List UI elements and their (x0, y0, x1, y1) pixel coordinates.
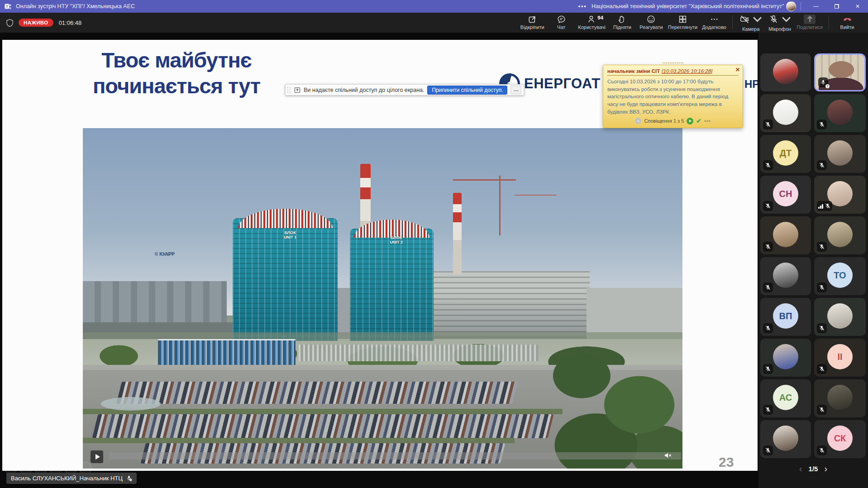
participant-tile[interactable]: ? (760, 94, 811, 132)
chimney (453, 193, 462, 274)
participant-avatar (827, 100, 853, 125)
participant-avatar: ІІ (827, 344, 853, 369)
presenter-name: Василь СЛУХАНСЬКИЙ_Начальник НТЦ (11, 475, 123, 482)
grid-view-icon (678, 14, 687, 24)
shift-notification-popup: ✕ начальник зміни СІТ[10.03.2026 10:16:2… (603, 65, 743, 128)
mic-muted-icon: ? (763, 242, 773, 252)
raise-hand-button[interactable]: Підняти (608, 14, 637, 30)
participant-tile[interactable]: ТО ? (814, 257, 866, 295)
participant-tile[interactable]: ? (814, 379, 866, 417)
hang-up-icon (843, 14, 852, 24)
mic-muted-icon: ? (763, 405, 773, 415)
notification-prev-icon[interactable]: « (635, 118, 641, 124)
participants-pagination: ‹ 1/5 › (758, 464, 868, 474)
teams-app-icon: T (5, 3, 12, 10)
participant-avatar (827, 222, 853, 247)
participant-tile[interactable]: ? (760, 257, 811, 295)
participant-tile[interactable]: ? (814, 298, 866, 336)
share-button[interactable]: Поділитися (794, 14, 825, 30)
account-org-name: Національний технічний університет "Харк… (591, 3, 782, 10)
mic-off-icon (769, 14, 778, 26)
presenter-mic-status-icon: ? (126, 475, 132, 482)
participant-avatar (773, 100, 798, 125)
screen-share-banner: Ви надаєте спільний доступ до цілого екр… (285, 84, 524, 96)
participants-button[interactable]: 94 Користувачі (576, 14, 608, 30)
mic-muted-icon: ? (817, 242, 827, 252)
participant-tile[interactable]: ? (760, 216, 811, 254)
participant-avatar (773, 344, 798, 369)
raised-hand-icon (617, 14, 627, 24)
participant-avatar: СН (773, 181, 798, 206)
participant-tile[interactable]: ? (814, 53, 866, 91)
slide-title: Твоє майбутнє починається тут (66, 47, 287, 99)
participant-tile[interactable]: АС ? (760, 379, 811, 417)
participant-avatar (827, 385, 853, 410)
popup-close-icon[interactable]: ✕ (735, 67, 740, 72)
live-badge: НАЖИВО (19, 19, 53, 27)
titlebar: T Онлайн зустріч НТУ "ХПІ"/ Хмельницька … (0, 0, 868, 13)
notification-more-icon[interactable]: ••• (704, 118, 711, 124)
mic-muted-icon: ? (817, 201, 832, 211)
window-close-button[interactable]: ✕ (847, 0, 868, 13)
video-progress-bar[interactable] (109, 452, 681, 459)
participant-tile[interactable]: СН ? (760, 176, 811, 214)
notification-ack-icon[interactable]: ✔ (696, 117, 701, 124)
mic-muted-icon: ? (818, 77, 828, 87)
titlebar-overflow-menu[interactable]: ••• (578, 3, 587, 10)
participant-avatar: ДТ (773, 140, 798, 166)
participant-avatar: ВП (773, 303, 798, 329)
meeting-timer: 01:06:48 (59, 19, 82, 26)
participant-tile[interactable]: ? (814, 216, 866, 254)
participant-tile[interactable]: ІІ ? (814, 339, 866, 377)
ellipsis-icon (710, 14, 719, 24)
account-avatar[interactable] (786, 1, 796, 11)
participant-tile[interactable]: ? (760, 339, 811, 377)
camera-button[interactable]: Камера (736, 14, 765, 32)
speaker-muted-icon[interactable] (664, 451, 672, 459)
video-play-button[interactable] (91, 450, 103, 463)
popup-tear-strip (663, 62, 683, 63)
microphone-button[interactable]: Мікрофон (765, 14, 794, 32)
notification-next-icon[interactable]: ➤ (687, 118, 693, 124)
popup-sender: начальник зміни СІТ (607, 68, 660, 74)
camera-chevron-icon[interactable] (753, 14, 762, 26)
banner-minimize-button[interactable]: — (510, 86, 521, 94)
view-button[interactable]: Переглянути (666, 14, 700, 30)
chat-button[interactable]: Чат (547, 14, 576, 30)
share-banner-text: Ви надаєте спільний доступ до цілого екр… (304, 87, 424, 93)
unpin-button[interactable]: Відкріпити (518, 14, 547, 30)
react-button[interactable]: Реагувати (637, 14, 666, 30)
participant-tile[interactable]: ДТ ? (760, 135, 811, 173)
slide-watermark-fragment: НРР (744, 78, 758, 91)
drag-handle-icon[interactable] (287, 87, 291, 93)
slide-page-number: 23 (719, 455, 734, 470)
presentation-slide: Твоє майбутнє починається тут Є ЕНЕРГОАТ… (2, 40, 758, 471)
window-minimize-button[interactable]: — (806, 0, 826, 13)
parking-row (116, 382, 517, 404)
energoatom-logo-text: ЕНЕРГОАТ (524, 76, 601, 92)
camera-off-icon (740, 14, 749, 26)
participant-tile[interactable]: ? (814, 94, 866, 132)
participant-tile[interactable] (760, 53, 811, 91)
svg-text:T: T (6, 5, 8, 9)
leave-button[interactable]: Вийти (833, 14, 862, 30)
mic-muted-icon: ? (817, 160, 827, 170)
mic-question-mark: ? (825, 84, 830, 88)
chat-bubble-icon (557, 14, 566, 24)
reactor-unit-2 (350, 229, 434, 341)
window-restore-button[interactable] (826, 0, 847, 13)
stop-sharing-button[interactable]: Припинити спільний доступ. (427, 86, 507, 95)
participant-tile[interactable]: ? (760, 420, 811, 458)
participant-tile[interactable]: ? (814, 135, 866, 173)
pagination-prev-icon[interactable]: ‹ (799, 464, 802, 474)
mic-muted-icon: ? (817, 323, 827, 333)
participant-tile[interactable]: СК ? (814, 420, 866, 458)
mic-muted-icon: ? (817, 364, 827, 374)
pagination-next-icon[interactable]: › (824, 464, 827, 474)
microphone-chevron-icon[interactable] (782, 14, 791, 26)
pagination-label: 1/5 (809, 465, 818, 473)
more-button[interactable]: Додатково (700, 14, 729, 30)
sharing-icon (294, 87, 300, 93)
participant-tile[interactable]: ВП ? (760, 298, 811, 336)
participant-tile[interactable]: ? (814, 176, 866, 214)
